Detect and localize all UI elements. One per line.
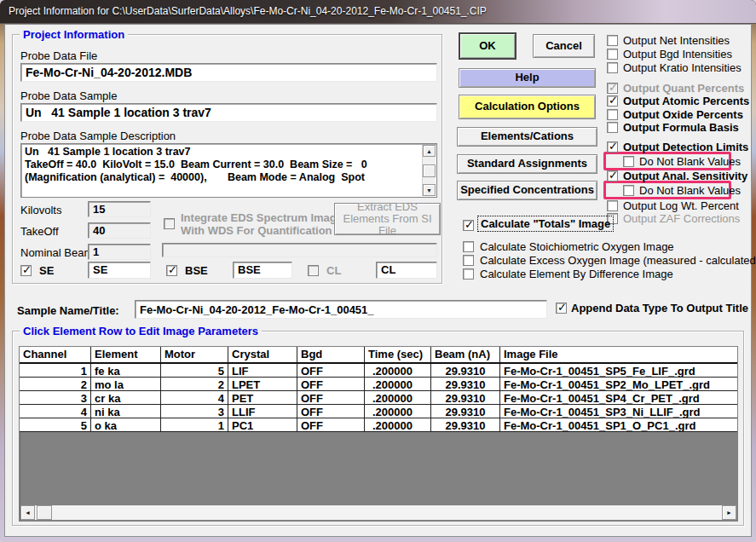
cell-beam: 29.9310	[431, 405, 500, 418]
cell-image-file: Fe-Mo-Cr-1_00451_SP3_Ni_LLIF_.grd	[500, 405, 737, 418]
cell-time: .200000	[365, 378, 431, 390]
table-row[interactable]: 2 mo la 2 LPET OFF .200000 29.9310 Fe-Mo…	[20, 378, 737, 391]
output-formula-basis-label: Output Formula Basis	[623, 121, 739, 134]
bse-field[interactable]: BSE	[233, 262, 292, 279]
output-log-wt-percent-checkbox[interactable]	[607, 200, 618, 211]
cell-channel: 5	[20, 418, 91, 431]
output-log-wt-percent-label: Output Log Wt. Percent	[623, 199, 739, 212]
description-scrollbar[interactable]	[422, 145, 436, 196]
table-row[interactable]: 1 fe ka 5 LIF OFF .200000 29.9310 Fe-Mo-…	[20, 364, 737, 378]
dialog-window: Project Information for C:\UserData\Surf…	[0, 0, 756, 542]
output-net-intensities-checkbox[interactable]	[607, 35, 618, 46]
output-oxide-percents-label: Output Oxide Percents	[623, 108, 743, 121]
col-header-channel: Channel	[20, 347, 91, 362]
cl-field[interactable]: CL	[376, 262, 437, 279]
cell-image-file: Fe-Mo-Cr-1_00451_SP2_Mo_LPET_.grd	[500, 378, 737, 390]
calculate-totals-image-checkbox[interactable]	[463, 220, 474, 231]
se-label: SE	[39, 264, 54, 277]
cell-bgd: OFF	[297, 418, 365, 431]
table-row[interactable]: 3 cr ka 4 PET OFF .200000 29.9310 Fe-Mo-…	[20, 391, 737, 405]
col-header-image-file: Image File	[500, 347, 737, 362]
extract-eds-elements-button[interactable]: Extract EDS Elements From SI File	[334, 203, 441, 235]
cell-element: ni ka	[91, 405, 161, 418]
probe-data-sample-field[interactable]: Un 41 Sample 1 location 3 trav7	[20, 103, 437, 122]
kilovolts-label: Kilovolts	[20, 204, 61, 216]
cancel-button[interactable]: Cancel	[533, 34, 595, 58]
probe-data-sample-description-label: Probe Data Sample Description	[20, 130, 176, 142]
output-detection-limits-checkbox[interactable]	[607, 141, 618, 153]
calculate-element-by-difference-checkbox[interactable]	[463, 268, 474, 280]
description-line: TakeOff = 40.0 KiloVolt = 15.0 Beam Curr…	[21, 159, 421, 171]
output-anal-sensitivity-checkbox[interactable]	[607, 170, 618, 182]
col-header-time: Time (sec)	[365, 347, 431, 362]
specified-concentrations-button[interactable]: Specified Concentrations	[457, 181, 597, 200]
calculate-element-by-difference-label: Calculate Element By Difference Image	[480, 268, 673, 280]
table-row[interactable]: 4 ni ka 3 LLIF OFF .200000 29.9310 Fe-Mo…	[20, 405, 737, 418]
output-oxide-percents-checkbox[interactable]	[607, 109, 618, 120]
output-quant-percents-checkbox[interactable]	[607, 83, 618, 94]
se-field[interactable]: SE	[88, 262, 151, 279]
standard-assignments-button[interactable]: Standard Assignments	[457, 154, 597, 174]
do-not-blank-values-2-label: Do Not Blank Values	[639, 184, 741, 197]
probe-data-file-field[interactable]: Fe-Mo-Cr-Ni_04-20-2012.MDB	[20, 63, 437, 82]
elements-cations-button[interactable]: Elements/Cations	[457, 127, 597, 147]
do-not-blank-values-2-checkbox[interactable]	[623, 185, 634, 196]
scrollbar-thumb[interactable]	[423, 164, 436, 177]
scroll-left-icon[interactable]	[20, 505, 35, 520]
calculate-excess-oxygen-checkbox[interactable]	[463, 255, 474, 266]
append-data-type-label: Append Data Type To Output Title	[571, 302, 748, 314]
extra-input-field[interactable]	[162, 243, 437, 257]
nominal-beam-field[interactable]: 1	[88, 244, 151, 260]
cell-beam: 29.9310	[431, 378, 500, 390]
probe-data-file-label: Probe Data File	[20, 49, 97, 62]
cell-element: fe ka	[91, 364, 161, 377]
cell-time: .200000	[365, 405, 431, 418]
cell-motor: 3	[161, 405, 228, 418]
nominal-beam-label: Nominal Beam	[20, 246, 93, 259]
cell-bgd: OFF	[297, 364, 365, 377]
calculate-stoichiometric-oxygen-checkbox[interactable]	[463, 241, 474, 252]
output-formula-basis-checkbox[interactable]	[607, 122, 618, 133]
cell-beam: 29.9310	[431, 391, 500, 404]
takeoff-field[interactable]: 40	[88, 222, 151, 239]
probe-data-sample-label: Probe Data Sample	[20, 89, 117, 102]
cell-element: cr ka	[91, 391, 161, 404]
output-zaf-corrections-label: Output ZAF Corrections	[623, 212, 740, 225]
help-button[interactable]: Help	[459, 68, 596, 88]
table-horizontal-scrollbar[interactable]	[20, 505, 736, 520]
scroll-up-icon[interactable]	[423, 145, 436, 157]
output-atomic-percents-checkbox[interactable]	[607, 95, 618, 107]
do-not-blank-values-1-checkbox[interactable]	[623, 156, 634, 167]
cell-bgd: OFF	[297, 405, 365, 418]
sample-name-title-field[interactable]: Fe-Mo-Cr-Ni_04-20-2012_Fe-Mo-Cr-1_00451_	[135, 300, 547, 319]
col-header-crystal: Crystal	[228, 347, 297, 362]
col-header-motor: Motor	[161, 347, 228, 362]
table-row[interactable]: 5 o ka 1 PC1 OFF .200000 29.9310 Fe-Mo-C…	[20, 418, 737, 432]
probe-data-sample-description-box[interactable]: Un 41 Sample 1 location 3 trav7 TakeOff …	[20, 143, 437, 198]
cl-checkbox[interactable]	[308, 265, 319, 276]
scroll-right-icon[interactable]	[722, 505, 736, 520]
calculation-options-button[interactable]: Calculation Options	[459, 95, 596, 119]
cell-motor: 5	[161, 364, 228, 377]
element-table: Channel Element Motor Crystal Bgd Time (…	[19, 346, 738, 522]
output-atomic-percents-label: Output Atomic Percents	[623, 95, 749, 107]
scroll-down-icon[interactable]	[423, 184, 436, 196]
scrollbar-thumb[interactable]	[37, 505, 52, 520]
title-bar[interactable]: Project Information for C:\UserData\Surf…	[0, 0, 756, 24]
cell-bgd: OFF	[297, 378, 365, 390]
cell-channel: 4	[20, 405, 91, 418]
cell-channel: 3	[20, 391, 91, 404]
cell-channel: 1	[20, 364, 91, 377]
se-checkbox[interactable]	[20, 265, 32, 276]
bse-checkbox[interactable]	[166, 265, 177, 276]
output-kratio-intensities-checkbox[interactable]	[607, 62, 618, 73]
append-data-type-checkbox[interactable]	[556, 303, 567, 314]
cell-image-file: Fe-Mo-Cr-1_00451_SP4_Cr_PET_.grd	[500, 391, 737, 404]
cell-crystal: PC1	[228, 418, 297, 431]
ok-button[interactable]: OK	[459, 32, 517, 60]
integrate-eds-checkbox[interactable]	[164, 218, 175, 229]
cell-element: mo la	[91, 378, 161, 390]
output-bgd-intensities-checkbox[interactable]	[607, 49, 618, 60]
kilovolts-field[interactable]: 15	[88, 201, 151, 217]
element-table-group-title: Click Element Row to Edit Image Paramete…	[20, 325, 262, 337]
